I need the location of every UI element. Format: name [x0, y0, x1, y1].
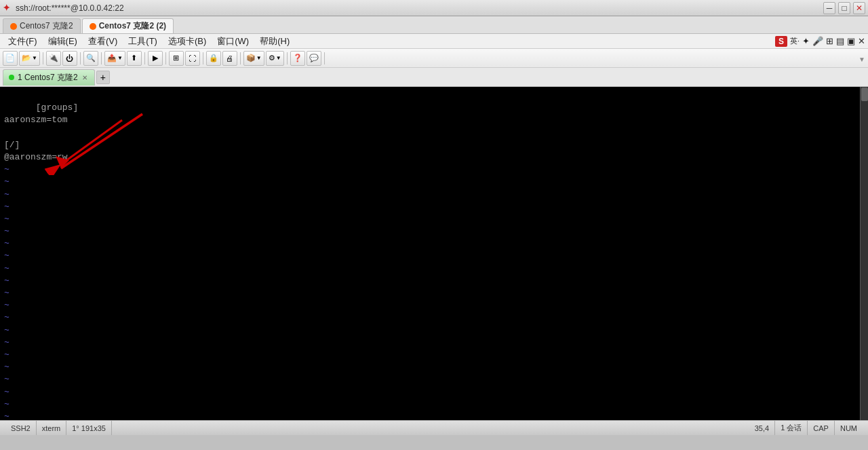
toolbar-connect[interactable]: 🔌 [46, 51, 61, 66]
toolbar-sep-3 [101, 52, 102, 64]
window-controls: ─ □ ✕ [823, 2, 865, 14]
toolbar-scroll-indicator: ▼ [859, 52, 865, 64]
menu-tabs[interactable]: 选项卡(B) [163, 34, 212, 49]
tilde-1: ~ ~ ~ ~ ~ ~ ~ ~ ~ ~ ~ ~ ~ ~ ~ ~ ~ ~ ~ ~ … [4, 164, 9, 420]
menu-file[interactable]: 文件(F) [3, 34, 43, 49]
terminal[interactable]: [groups] aaronszm=tom [/] @aaronszm=rw ~… [0, 87, 860, 420]
titlebar: ✦ ssh://root:******@10.0.0.42:22 ─ □ ✕ [0, 0, 868, 16]
num-label: NUM [840, 424, 857, 432]
session-tab-1[interactable]: Centos7 克隆2 [3, 18, 81, 33]
toolbar-sftp[interactable]: ⬆ [127, 51, 142, 66]
tray-icon-6[interactable]: ✕ [858, 36, 865, 46]
toolbar-sep-8 [287, 52, 288, 64]
toolbar-config[interactable]: 📦▼ [243, 51, 264, 66]
toolbar-layout[interactable]: ⊞ [169, 51, 184, 66]
toolbar-open[interactable]: 📂▼ [19, 51, 40, 66]
toolbar-info[interactable]: 💬 [307, 51, 321, 66]
session-label: 1 会话 [781, 423, 802, 433]
toolbar-sep-4 [144, 52, 145, 64]
menu-tools[interactable]: 工具(T) [123, 34, 163, 49]
systray: S 英· ✦ 🎤 ⊞ ▤ ▣ ✕ [775, 36, 865, 47]
status-session: 1 会话 [775, 421, 808, 435]
tray-icon-1[interactable]: ✦ [802, 36, 810, 46]
menu-edit[interactable]: 编辑(E) [43, 34, 83, 49]
titlebar-title: ssh://root:******@10.0.0.42:22 [16, 3, 124, 13]
toolbar-fullscreen[interactable]: ⛶ [185, 51, 200, 66]
caps-label: CAP [813, 424, 829, 432]
status-xterm: xterm [37, 421, 67, 435]
terminal-tab-1-label: 1 Centos7 克隆2 [18, 72, 78, 83]
terminal-tab-1[interactable]: 1 Centos7 克隆2 ✕ [3, 69, 95, 86]
scrollbar-thumb[interactable] [861, 88, 868, 101]
toolbar-sep-2 [80, 52, 81, 64]
status-position: 35,4 [749, 421, 775, 435]
close-button[interactable]: ✕ [853, 2, 865, 14]
toolbar: 📄 📂▼ 🔌 ⏻ 🔍 📤▼ ⬆ ▶ ⊞ ⛶ 🔒 🖨 📦▼ ⚙▼ ❓ 💬 ▼ [0, 49, 868, 68]
toolbar-sep-6 [203, 52, 203, 64]
maximize-button[interactable]: □ [838, 2, 850, 14]
terminal-tab-1-dot [9, 75, 14, 80]
toolbar-disconnect[interactable]: ⏻ [62, 51, 77, 66]
position-label: 35,4 [755, 424, 769, 432]
toolbar-print[interactable]: 🖨 [222, 51, 237, 66]
size-label: 1° 191x35 [72, 424, 106, 432]
toolbar-lock[interactable]: 🔒 [206, 51, 221, 66]
session-tab-1-icon [10, 23, 17, 30]
menubar: 文件(F) 编辑(E) 查看(V) 工具(T) 选项卡(B) 窗口(W) 帮助(… [0, 34, 868, 49]
toolbar-options[interactable]: ⚙▼ [266, 51, 284, 66]
titlebar-left: ✦ ssh://root:******@10.0.0.42:22 [3, 3, 124, 13]
status-num: NUM [835, 421, 863, 435]
toolbar-script[interactable]: ▶ [148, 51, 163, 66]
tray-icon-4[interactable]: ▤ [836, 36, 844, 46]
toolbar-sep-9 [324, 52, 325, 64]
menu-view[interactable]: 查看(V) [83, 34, 123, 49]
toolbar-sep-5 [165, 52, 166, 64]
xshell-logo: S [775, 36, 787, 47]
tray-icon-grid[interactable]: ⊞ [826, 36, 833, 46]
status-ssh: SSH2 [5, 421, 37, 435]
toolbar-sep-7 [240, 52, 241, 64]
toolbar-sep-1 [43, 52, 43, 64]
toolbar-transfer[interactable]: 📤▼ [104, 51, 125, 66]
session-tab-2-icon [90, 23, 96, 30]
tray-icon-5[interactable]: ▣ [847, 36, 855, 46]
terminal-content: [groups] aaronszm=tom [/] @aaronszm=rw ~… [4, 90, 856, 420]
toolbar-help[interactable]: ❓ [290, 51, 305, 66]
tray-icon-mic[interactable]: 🎤 [812, 36, 823, 46]
status-size: 1° 191x35 [66, 421, 112, 435]
status-caps: CAP [808, 421, 835, 435]
session-tab-1-label: Centos7 克隆2 [20, 20, 73, 32]
app-icon: ✦ [3, 3, 10, 13]
terminal-tab-1-close[interactable]: ✕ [82, 74, 87, 81]
toolbar-find[interactable]: 🔍 [83, 51, 98, 66]
input-method-icon[interactable]: 英· [790, 36, 800, 46]
session-tabs-bar: Centos7 克隆2 Centos7 克隆2 (2) [0, 16, 868, 34]
xterm-label: xterm [42, 424, 61, 432]
terminal-wrapper: [groups] aaronszm=tom [/] @aaronszm=rw ~… [0, 87, 868, 420]
statusbar: SSH2 xterm 1° 191x35 35,4 1 会话 CAP NUM [0, 420, 868, 435]
minimize-button[interactable]: ─ [823, 2, 835, 14]
session-tab-2-label: Centos7 克隆2 (2) [99, 20, 166, 32]
add-tab-button[interactable]: + [96, 71, 110, 84]
menu-help[interactable]: 帮助(H) [254, 34, 295, 49]
ssh-label: SSH2 [11, 424, 31, 432]
tab-toolbar: 1 Centos7 克隆2 ✕ + [0, 68, 868, 87]
terminal-scrollbar[interactable] [860, 87, 868, 420]
session-tab-2[interactable]: Centos7 克隆2 (2) [82, 18, 174, 33]
menu-window[interactable]: 窗口(W) [212, 34, 254, 49]
toolbar-new[interactable]: 📄 [3, 51, 18, 66]
